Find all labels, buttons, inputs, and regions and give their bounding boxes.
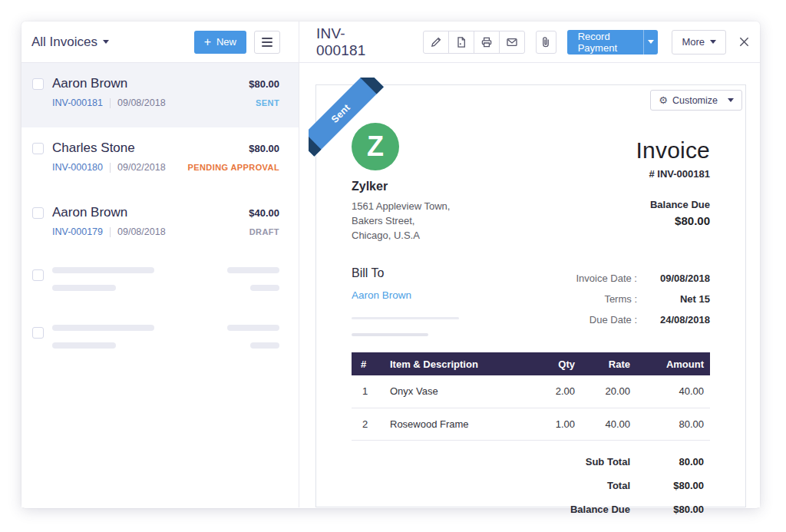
list-options-button[interactable] [254, 31, 280, 54]
column-header: Qty [527, 352, 581, 375]
invoice-detail-panel: Sent ⚙ Customize Z Zylker 1561 Appleview… [299, 63, 760, 507]
list-item[interactable]: Aaron Brown $40.00 INV-000179 09/08/2018… [21, 192, 299, 256]
file-pdf-icon [455, 36, 467, 48]
balance-due-label: Balance Due [636, 199, 710, 210]
doc-title: Invoice [636, 137, 710, 164]
record-payment-label: Record Payment [578, 31, 632, 54]
gear-icon: ⚙ [659, 95, 668, 105]
close-icon [738, 36, 750, 48]
envelope-icon [506, 36, 518, 48]
invoice-number-link[interactable]: INV-000180 [52, 162, 103, 173]
skeleton-bar [250, 342, 279, 349]
paperclip-icon [540, 36, 552, 48]
skeleton-bar [52, 325, 154, 331]
bill-to-label: Bill To [352, 266, 459, 280]
list-item[interactable]: Charles Stone $80.00 INV-000180 09/02/20… [21, 127, 299, 192]
invoice-list: Aaron Brown $80.00 INV-000181 09/08/2018… [21, 63, 299, 507]
subtotal-label: Sub Total [586, 456, 630, 468]
app-window: All Invoices + New INV-000181 [21, 21, 760, 508]
balance-due-row-value: $80.00 [630, 504, 704, 515]
address-placeholder-line [352, 333, 428, 336]
more-button[interactable]: More [672, 30, 726, 55]
skeleton-bar [52, 285, 116, 291]
list-item-loading [21, 256, 299, 314]
total-label: Total [607, 480, 630, 491]
table-row: 2 Rosewood Frame 1.00 40.00 80.00 [352, 408, 710, 440]
chevron-down-icon [648, 40, 654, 44]
invoice-document: Sent ⚙ Customize Z Zylker 1561 Appleview… [315, 84, 746, 507]
row-checkbox[interactable] [32, 78, 44, 90]
printer-icon [481, 36, 493, 48]
subtotal-value: 80.00 [630, 456, 704, 468]
bill-to-block: Bill To Aaron Brown [352, 266, 459, 336]
skeleton-bar [227, 267, 279, 273]
list-header: All Invoices + New [21, 21, 299, 62]
meta-value: Net 15 [637, 293, 710, 305]
meta-label: Invoice Date : [576, 273, 638, 284]
meta-value: 09/08/2018 [637, 273, 710, 284]
totals-block: Sub Total 80.00 Total $80.00 Balance Due… [352, 450, 710, 521]
table-row: 1 Onyx Vase 2.00 20.00 40.00 [352, 375, 710, 408]
invoice-date: 09/08/2018 [117, 97, 166, 108]
skeleton-bar [52, 342, 116, 349]
meta-label: Terms : [604, 293, 637, 305]
pdf-button[interactable] [448, 31, 474, 54]
chevron-down-icon [710, 40, 716, 44]
hamburger-icon [262, 38, 272, 39]
row-checkbox[interactable] [32, 269, 44, 281]
column-header: Rate [581, 352, 636, 375]
top-header: All Invoices + New INV-000181 [21, 21, 760, 63]
invoice-date: 09/08/2018 [117, 226, 166, 237]
close-button[interactable] [738, 36, 750, 48]
list-item[interactable]: Aaron Brown $80.00 INV-000181 09/08/2018… [21, 63, 299, 127]
item-name: Rosewood Frame [382, 408, 527, 440]
column-header: # [352, 352, 382, 375]
meta-label: Due Date : [590, 314, 637, 325]
customize-label: Customize [672, 95, 718, 106]
invoice-number-link[interactable]: INV-000179 [52, 226, 103, 237]
company-logo: Z [352, 123, 399, 170]
edit-button[interactable] [423, 31, 449, 54]
attachment-button[interactable] [536, 31, 556, 54]
customize-button[interactable]: ⚙ Customize [650, 90, 742, 111]
more-button-label: More [682, 36, 705, 48]
chevron-down-icon [103, 40, 109, 44]
address-placeholder-line [352, 317, 459, 319]
skeleton-bar [250, 285, 279, 291]
new-invoice-button[interactable]: + New [194, 31, 246, 54]
divider [110, 163, 111, 173]
record-payment-button[interactable]: Record Payment [567, 30, 643, 55]
skeleton-bar [52, 267, 154, 273]
balance-due-row-label: Balance Due [570, 504, 630, 515]
status-badge: SENT [256, 98, 279, 107]
plus-icon: + [204, 36, 211, 48]
invoice-action-toolbar [423, 31, 525, 54]
customer-name: Aaron Brown [52, 76, 127, 91]
new-button-label: New [216, 36, 236, 48]
invoice-meta: Invoice Date : 09/08/2018 Terms : Net 15… [576, 268, 711, 336]
invoice-title-block: Invoice # INV-000181 Balance Due $80.00 [636, 123, 710, 243]
status-badge: PENDING APPROVAL [188, 163, 279, 172]
email-button[interactable] [499, 31, 525, 54]
invoice-amount: $80.00 [249, 143, 279, 154]
invoice-filter-dropdown[interactable]: All Invoices [31, 35, 109, 50]
list-item-loading [21, 314, 299, 372]
line-items-table: # Item & Description Qty Rate Amount 1 O… [352, 352, 710, 441]
company-name: Zylker [352, 180, 450, 193]
balance-due-value: $80.00 [636, 214, 710, 227]
total-value: $80.00 [630, 480, 704, 491]
row-checkbox[interactable] [32, 143, 44, 154]
record-payment-dropdown[interactable] [643, 30, 658, 55]
row-checkbox[interactable] [32, 207, 44, 219]
company-block: Z Zylker 1561 Appleview Town, Bakers Str… [352, 123, 450, 243]
meta-value: 24/08/2018 [637, 314, 710, 325]
doc-number: # INV-000181 [636, 168, 710, 180]
row-checkbox[interactable] [32, 327, 44, 339]
print-button[interactable] [474, 31, 500, 54]
customer-name: Aaron Brown [52, 205, 127, 220]
invoice-number-link[interactable]: INV-000181 [52, 97, 103, 108]
detail-header: INV-000181 Record [299, 21, 760, 62]
record-payment-split-button: Record Payment [567, 30, 659, 55]
divider [110, 227, 111, 237]
bill-to-customer-link[interactable]: Aaron Brown [352, 289, 411, 301]
